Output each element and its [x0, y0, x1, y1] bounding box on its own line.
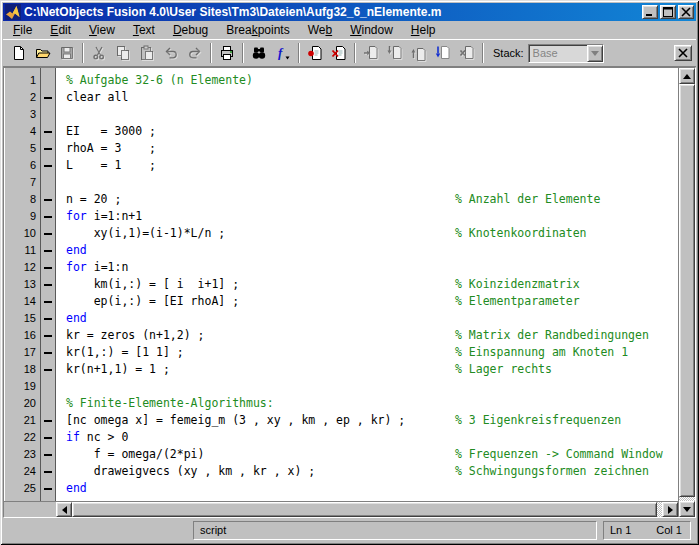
new-file-button[interactable]	[7, 42, 31, 64]
code-line[interactable]: for i=1:n+1	[66, 208, 678, 225]
function-button[interactable]: f	[271, 42, 295, 64]
menu-item-window[interactable]: Window	[341, 22, 402, 38]
step-button[interactable]	[359, 42, 383, 64]
executable-line-marker[interactable]	[41, 191, 55, 208]
code-line[interactable]: end	[66, 480, 678, 497]
code-line[interactable]: % Aufgabe 32-6 (n Elemente)	[66, 72, 678, 89]
executable-line-marker[interactable]	[41, 361, 55, 378]
horizontal-scroll-thumb[interactable]	[72, 502, 657, 517]
menu-item-file[interactable]: File	[4, 22, 41, 38]
scroll-left-button[interactable]	[56, 502, 72, 517]
executable-line-marker[interactable]	[41, 463, 55, 480]
menu-item-breakpoints[interactable]: Breakpoints	[217, 22, 298, 38]
dash-icon	[44, 454, 52, 456]
executable-line-marker[interactable]	[41, 242, 55, 259]
scroll-right-button[interactable]	[662, 502, 678, 517]
quit-debug-button[interactable]	[455, 42, 479, 64]
code-line[interactable]	[66, 174, 678, 191]
inline-comment: % 3 Eigenkreisfrequenzen	[455, 412, 621, 429]
horizontal-scroll-track[interactable]	[72, 502, 662, 517]
editor-area: 1234567891011121314151617181920212223242…	[3, 67, 696, 518]
code-line[interactable]: EI = 3000 ;	[66, 123, 678, 140]
code-line[interactable]: [nc omega x] = femeig_m (3 , xy , km , e…	[66, 412, 678, 429]
find-button[interactable]	[247, 42, 271, 64]
run-to-cursor-button[interactable]	[431, 42, 455, 64]
executable-line-marker[interactable]	[41, 89, 55, 106]
code-line[interactable]: for i=1:n	[66, 259, 678, 276]
paste-button[interactable]	[135, 42, 159, 64]
code-line[interactable]	[66, 378, 678, 395]
code-line[interactable]: % Finite-Elemente-Algorithmus:	[66, 395, 678, 412]
code-line[interactable]: xy(i,1)=(i-1)*L/n ;% Knotenkoordinaten	[66, 225, 678, 242]
scroll-down-button[interactable]	[679, 501, 695, 517]
line-number: 4	[5, 123, 40, 140]
print-button[interactable]	[215, 42, 239, 64]
code-line[interactable]: rhoA = 3 ;	[66, 140, 678, 157]
close-button[interactable]	[678, 5, 694, 19]
vertical-scrollbar[interactable]	[678, 68, 695, 517]
undo-button[interactable]	[159, 42, 183, 64]
executable-line-marker[interactable]	[41, 225, 55, 242]
minimize-button[interactable]	[642, 5, 658, 19]
code-line[interactable]: n = 20 ;% Anzahl der Elemente	[66, 191, 678, 208]
executable-line-marker[interactable]	[41, 157, 55, 174]
code-line[interactable]: ep(i,:) = [EI rhoA] ;% Elementparameter	[66, 293, 678, 310]
scroll-up-button[interactable]	[679, 68, 695, 84]
line-number: 18	[5, 361, 40, 378]
save-button[interactable]	[55, 42, 79, 64]
code-line[interactable]: km(i,:) = [ i i+1] ;% Koinzidenzmatrix	[66, 276, 678, 293]
menu-item-debug[interactable]: Debug	[164, 22, 217, 38]
set-breakpoint-button[interactable]	[303, 42, 327, 64]
executable-line-marker[interactable]	[41, 310, 55, 327]
code-line[interactable]: kr = zeros (n+1,2) ;% Matrix der Randbed…	[66, 327, 678, 344]
executable-line-marker[interactable]	[41, 140, 55, 157]
code-line[interactable]	[66, 106, 678, 123]
code-line[interactable]: clear all	[66, 89, 678, 106]
stack-dropdown-button[interactable]	[587, 45, 603, 62]
copy-button[interactable]	[111, 42, 135, 64]
vertical-scroll-track[interactable]	[679, 84, 695, 501]
executable-line-marker[interactable]	[41, 327, 55, 344]
code-line[interactable]: end	[66, 242, 678, 259]
maximize-button[interactable]	[660, 5, 676, 19]
executable-line-marker[interactable]	[41, 208, 55, 225]
line-number: 14	[5, 293, 40, 310]
breakpoint-gutter[interactable]	[41, 68, 56, 501]
code-line[interactable]: f = omega/(2*pi)% Frequenzen -> Command …	[66, 446, 678, 463]
executable-line-marker[interactable]	[41, 259, 55, 276]
executable-line-marker[interactable]	[41, 276, 55, 293]
open-file-button[interactable]	[31, 42, 55, 64]
executable-line-marker[interactable]	[41, 412, 55, 429]
inline-comment: % Lager rechts	[455, 361, 552, 378]
step-in-button[interactable]	[383, 42, 407, 64]
code-line[interactable]: kr(1,:) = [1 1] ;% Einspannung am Knoten…	[66, 344, 678, 361]
executable-line-marker[interactable]	[41, 123, 55, 140]
code-line[interactable]: if nc > 0	[66, 429, 678, 446]
code-line[interactable]: draweigvecs (xy , km , kr , x) ;% Schwin…	[66, 463, 678, 480]
stack-dropdown[interactable]: Base	[528, 44, 604, 63]
step-out-button[interactable]	[407, 42, 431, 64]
menu-item-edit[interactable]: Edit	[41, 22, 80, 38]
executable-line-marker[interactable]	[41, 480, 55, 497]
menu-item-text[interactable]: Text	[124, 22, 164, 38]
line-number: 23	[5, 446, 40, 463]
menu-item-help[interactable]: Help	[402, 22, 445, 38]
code-line[interactable]: end	[66, 310, 678, 327]
vertical-scroll-thumb[interactable]	[679, 84, 695, 497]
menu-item-web[interactable]: Web	[299, 22, 341, 38]
code-line[interactable]: L = 1 ;	[66, 157, 678, 174]
executable-line-marker[interactable]	[41, 446, 55, 463]
executable-line-marker[interactable]	[41, 293, 55, 310]
code-view[interactable]: % Aufgabe 32-6 (n Elemente)clear allEI =…	[56, 68, 678, 501]
code-segment: kr(n+1,1) = 1 ;	[66, 362, 170, 376]
clear-breakpoints-button[interactable]	[327, 42, 351, 64]
menu-item-view[interactable]: View	[80, 22, 124, 38]
executable-line-marker[interactable]	[41, 429, 55, 446]
cut-button[interactable]	[87, 42, 111, 64]
toolbar-close-button[interactable]	[674, 45, 692, 61]
redo-button[interactable]	[183, 42, 207, 64]
executable-line-marker[interactable]	[41, 344, 55, 361]
horizontal-scrollbar[interactable]	[56, 501, 678, 517]
code-segment: for	[66, 260, 87, 274]
code-line[interactable]: kr(n+1,1) = 1 ;% Lager rechts	[66, 361, 678, 378]
